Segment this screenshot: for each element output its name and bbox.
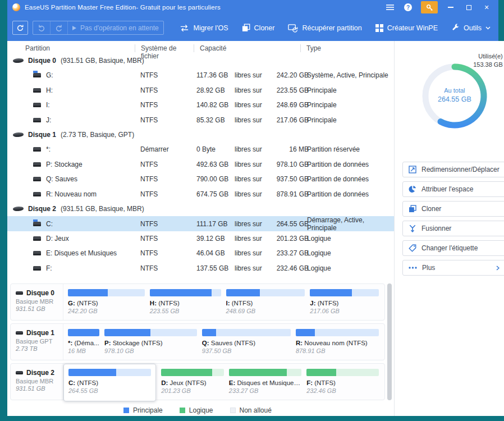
partition-row-g[interactable]: G: NTFS 117.36 GBlibres sur242.20 GB Sys… [7, 68, 394, 83]
diskmap-partition-g[interactable]: G: (NTFS) 242.20 GB [68, 289, 145, 320]
redo-icon [55, 24, 63, 31]
disk-icon [16, 331, 23, 335]
maximize-button[interactable] [460, 1, 477, 13]
drive-icon [33, 251, 41, 255]
drive-icon [33, 192, 41, 196]
diskmap-partition-h[interactable]: H: (NTFS) 223.55 GB [150, 289, 221, 320]
diskmap-partition-q[interactable]: Q: Sauves (NTFS) 937.50 GB [202, 329, 291, 360]
refresh-button[interactable] [12, 21, 28, 35]
partition-row-f[interactable]: F: NTFS 137.55 GBlibres sur232.46 GB Log… [7, 261, 394, 276]
clone-button[interactable]: Cloner [242, 24, 275, 32]
winpe-icon [375, 24, 383, 32]
total-space-label: Au total 264.55 GB [395, 87, 504, 103]
diskmap-disk-1-info[interactable]: Disque 1 Basique GPT 2.73 TB [11, 324, 63, 360]
system-drive-icon [33, 222, 41, 226]
partition-row-d[interactable]: D: Jeux NTFS 39.12 GBlibres sur201.23 GB… [7, 231, 394, 246]
redo-button[interactable] [50, 21, 67, 34]
help-button[interactable]: ? [400, 1, 416, 13]
disk-map: Disque 0 Basique MBR 931.51 GB G: (NTFS)… [7, 276, 394, 400]
diskmap-partition-j[interactable]: J: (NTFS) 217.06 GB [310, 289, 379, 320]
legend-unallocated-swatch [230, 408, 236, 413]
resize-move-icon [409, 166, 416, 173]
legend-primary-swatch [123, 408, 129, 413]
allocate-space-button[interactable]: Attribuer l'espace [402, 181, 504, 197]
clone-icon [242, 24, 250, 32]
change-label-button[interactable]: Changer l'étiquette [402, 240, 504, 256]
system-drive-icon [33, 73, 41, 77]
disk-header-2[interactable]: Disque 2 (931.51 GB, Basique, MBR) [7, 202, 394, 216]
drive-icon [33, 162, 41, 167]
legend-logical-swatch [180, 408, 185, 413]
diskmap-partition-star[interactable]: *: (Déma... 16 MB [68, 329, 99, 360]
drive-icon [33, 177, 41, 181]
disk-header-0[interactable]: Disque 0 (931.51 GB, Basique, MBR) [7, 53, 394, 68]
drive-icon [33, 118, 41, 122]
disk-icon [16, 371, 23, 374]
merge-icon [409, 225, 416, 232]
diskmap-partition-d[interactable]: D: Jeux (NTFS) 201.23 GB [161, 369, 224, 400]
minimize-button[interactable] [442, 1, 459, 13]
pending-operations-button[interactable]: Pas d'opération en attente [67, 21, 163, 34]
more-button[interactable]: Plus [402, 260, 504, 276]
diskmap-disk-2-info[interactable]: Disque 2 Basique MBR 931.51 GB [11, 364, 63, 400]
diskmap-partition-f[interactable]: F: (NTFS) 232.46 GB [306, 369, 379, 400]
diskmap-partition-c[interactable]: C: (NTFS) 264.55 GB [63, 364, 156, 401]
column-header-partition: Partition [7, 44, 135, 52]
disk-icon [16, 291, 23, 295]
diskmap-partition-i[interactable]: I: (NTFS) 248.69 GB [226, 289, 305, 320]
partition-row-i[interactable]: I: NTFS 140.82 GBlibres sur248.69 GB Pri… [7, 98, 394, 113]
wrench-icon [451, 24, 460, 32]
recover-partition-icon [288, 24, 298, 33]
play-icon [72, 26, 76, 30]
migrate-os-icon [180, 24, 189, 32]
diskmap-disk-0-info[interactable]: Disque 0 Basique MBR 931.51 GB [11, 284, 63, 320]
toolbar: Pas d'opération en attente Migrer l'OS C… [7, 15, 498, 41]
undo-icon [38, 24, 45, 31]
titlebar: EaseUS Partition Master Free Edition- Gr… [7, 0, 498, 15]
app-window: EaseUS Partition Master Free Edition- Gr… [7, 0, 498, 416]
column-header-capacity: Capacité [194, 44, 300, 52]
disk-icon [13, 58, 24, 63]
diskmap-partition-p[interactable]: P: Stockage (NTFS) 978.10 GB [104, 329, 197, 360]
migrate-os-button[interactable]: Migrer l'OS [180, 24, 228, 32]
merge-button[interactable]: Fusionner [402, 221, 504, 236]
winpe-creator-button[interactable]: Créateur WinPE [375, 24, 438, 32]
menu-list-icon[interactable] [382, 1, 398, 13]
window-title: EaseUS Partition Master Free Edition- Gr… [25, 4, 221, 11]
diskmap-disk-2: Disque 2 Basique MBR 931.51 GB C: (NTFS)… [10, 363, 385, 400]
recover-partition-button[interactable]: Récupérer partition [288, 24, 361, 33]
disk-icon [13, 132, 24, 137]
disk-header-1[interactable]: Disque 1 (2.73 TB, Basique, GPT) [7, 127, 394, 142]
partition-row-c[interactable]: C: NTFS 111.17 GBlibres sur264.55 GB Dém… [7, 216, 394, 231]
partition-row-q[interactable]: Q: Sauves NTFS 790.00 GBlibres sur937.50… [7, 172, 394, 187]
vertical-scrollbar[interactable] [387, 283, 392, 400]
partition-row-p[interactable]: P: Stockage NTFS 492.63 GBlibres sur978.… [7, 157, 394, 172]
upgrade-key-button[interactable] [421, 1, 438, 13]
key-icon [425, 3, 434, 12]
disk-usage-panel: Utilisé(e) 153.38 GB Au total 264. [395, 41, 504, 150]
diskmap-disk-1: Disque 1 Basique GPT 2.73 TB *: (Déma...… [10, 323, 385, 360]
column-header-filesystem: Système de fichier [135, 44, 194, 52]
resize-move-button[interactable]: Redimensionner/Déplacer [402, 162, 504, 177]
table-header: Partition Système de fichier Capacité Ty… [7, 41, 394, 53]
diskmap-partition-r[interactable]: R: Nouveau nom (NTFS) 878.91 GB [296, 329, 379, 360]
tools-menu-button[interactable]: Outils [451, 24, 491, 32]
app-logo-icon [12, 3, 20, 11]
partition-row-r[interactable]: R: Nouveau nom NTFS 674.75 GBlibres sur8… [7, 187, 394, 202]
diskmap-disk-0: Disque 0 Basique MBR 931.51 GB G: (NTFS)… [10, 283, 385, 321]
partition-legend: Principale Logique Non alloué [10, 403, 385, 414]
partition-row-h[interactable]: H: NTFS 28.92 GBlibres sur223.55 GB Prin… [7, 83, 394, 98]
undo-button[interactable] [33, 21, 50, 34]
drive-icon [33, 147, 41, 152]
partition-row-star[interactable]: *: Démarrer 0 Bytelibres sur16 MB Partit… [7, 142, 394, 157]
disk-table-panel: Partition Système de fichier Capacité Ty… [7, 41, 395, 416]
action-sidebar: Utilisé(e) 153.38 GB Au total 264. [395, 41, 504, 416]
diskmap-partition-e[interactable]: E: Disques et Musiques (NTFS) 233.27 GB [229, 369, 301, 400]
clone-partition-button[interactable]: Cloner [402, 201, 504, 217]
partition-row-j[interactable]: J: NTFS 85.32 GBlibres sur217.06 GB Prin… [7, 113, 394, 128]
partition-row-e[interactable]: E: Disques et Musiques NTFS 46.04 GBlibr… [7, 246, 394, 261]
change-label-icon [409, 244, 416, 252]
close-button[interactable]: × [478, 1, 495, 13]
drive-icon [33, 236, 41, 241]
disk-icon [13, 206, 24, 211]
